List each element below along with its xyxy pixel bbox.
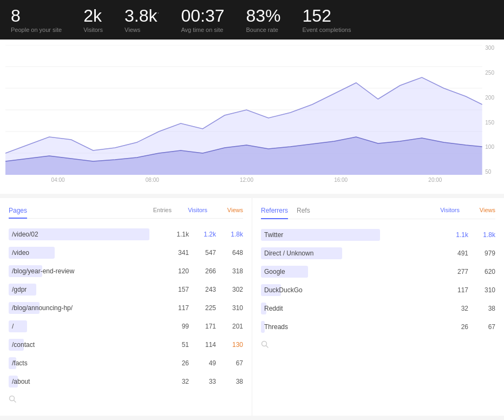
table-row: Direct / Unknown 491 979 xyxy=(261,244,495,262)
page-path: /facts xyxy=(12,359,28,367)
bar: /about xyxy=(9,376,18,388)
visitors-val: 1.2k xyxy=(189,231,216,238)
search-icon[interactable] xyxy=(261,340,269,348)
stat-views: 3.8k· Views xyxy=(125,6,159,33)
ref-views-val: 979 xyxy=(468,250,495,257)
ref-visitors-val: 277 xyxy=(441,268,468,275)
views-val: 310 xyxy=(216,304,243,312)
referrers-tab[interactable]: Referrers xyxy=(261,207,288,219)
referrers-rows: Twitter 1.1k 1.8k Direct / Unknown 491 9… xyxy=(261,226,495,336)
referrers-panel-header: Referrers Refs Visitors Views xyxy=(261,207,495,219)
row-label: /video xyxy=(9,247,162,259)
row-label: /blog/announcing-hp/ xyxy=(9,302,162,314)
stat-bounce: 83% Bounce rate xyxy=(246,6,281,33)
row-label: Reddit xyxy=(261,303,441,314)
views-val: 67 xyxy=(216,359,243,367)
views-val: 38 xyxy=(216,378,243,385)
row-label: Google xyxy=(261,266,441,278)
row-label: /contact xyxy=(9,339,162,351)
page-path: /video xyxy=(12,249,29,257)
ref-visitors-val: 117 xyxy=(441,286,468,294)
views-val: 648 xyxy=(216,249,243,257)
pages-entries-header: Entries xyxy=(145,207,172,214)
chart-svg xyxy=(5,45,499,175)
visitors-val: 114 xyxy=(189,341,216,349)
ref-views-val: 1.8k xyxy=(468,231,495,239)
ref-source: DuckDuckGo xyxy=(264,286,303,294)
views-val: 201 xyxy=(216,323,243,330)
pages-panel: Pages Entries Visitors Views /video/02 1… xyxy=(0,198,252,416)
entries-val: 26 xyxy=(162,359,189,367)
ref-bar: Direct / Unknown xyxy=(261,247,342,259)
ref-visitors-val: 32 xyxy=(441,305,468,312)
row-label: /gdpr xyxy=(9,284,162,296)
pages-tab[interactable]: Pages xyxy=(9,207,27,219)
search-icon[interactable] xyxy=(9,395,16,403)
stat-visitors: 2k Visitors xyxy=(83,6,103,33)
bar: /blog/year-end-review xyxy=(9,265,42,277)
pages-rows: /video/02 1.1k 1.2k 1.8k /video 341 547 … xyxy=(9,225,243,391)
ref-views-val: 620 xyxy=(468,268,495,275)
stat-avg-time: 00:37 Avg time on site xyxy=(181,6,224,33)
table-row: Google 277 620 xyxy=(261,262,495,281)
bar: /blog/announcing-hp/ xyxy=(9,302,40,314)
table-row: /video 341 547 648 xyxy=(9,244,243,262)
table-row: / 99 171 201 xyxy=(9,317,243,336)
x-label-1: 04:00 xyxy=(51,177,65,183)
entries-val: 1.1k xyxy=(162,231,189,238)
chart-container: 300 250 200 150 100 50 xyxy=(5,45,499,175)
ref-bar: Twitter xyxy=(261,229,380,241)
row-label: / xyxy=(9,320,162,332)
stat-people-label: People on your site xyxy=(11,27,62,33)
bar: /gdpr xyxy=(9,284,36,296)
page-path: /video/02 xyxy=(12,231,38,238)
row-label: /blog/year-end-review xyxy=(9,265,162,277)
entries-val: 117 xyxy=(162,304,189,312)
pages-views-header: Views xyxy=(216,207,243,214)
entries-val: 157 xyxy=(162,286,189,293)
ref-visitors-val: 1.1k xyxy=(441,231,468,239)
ref-visitors-val: 26 xyxy=(441,323,468,331)
referrers-views-header: Views xyxy=(468,207,495,214)
visitors-val: 547 xyxy=(189,249,216,257)
ref-bar: Google xyxy=(261,266,308,278)
referrers-panel: Referrers Refs Visitors Views Twitter 1.… xyxy=(252,198,504,416)
x-label-2: 08:00 xyxy=(146,177,159,183)
x-label-5: 20:00 xyxy=(428,177,442,183)
bar: /facts xyxy=(9,357,16,369)
table-row: /about 32 33 38 xyxy=(9,372,243,391)
ref-views-val: 38 xyxy=(468,305,495,312)
y-axis-labels: 300 250 200 150 100 50 xyxy=(485,45,494,175)
refs-tab[interactable]: Refs xyxy=(297,207,310,214)
pages-visitors-header: Visitors xyxy=(180,207,207,214)
x-axis-labels: 04:00 08:00 12:00 16:00 20:00 xyxy=(5,175,499,183)
table-row: /contact 51 114 130 xyxy=(9,336,243,354)
bar: /video/02 xyxy=(9,228,149,240)
views-val: 302 xyxy=(216,286,243,293)
visitors-val: 243 xyxy=(189,286,216,293)
ref-views-val: 67 xyxy=(468,323,495,331)
pages-search-row[interactable] xyxy=(9,391,243,407)
ref-bar: Reddit xyxy=(261,303,266,314)
table-row: /blog/year-end-review 120 266 318 xyxy=(9,262,243,280)
referrers-visitors-header: Visitors xyxy=(433,207,460,214)
ref-bar: Threads xyxy=(261,321,265,333)
row-label: Twitter xyxy=(261,229,441,241)
table-row: Reddit 32 38 xyxy=(261,299,495,318)
stat-visitors-value: 2k xyxy=(83,6,103,25)
views-val: 318 xyxy=(216,267,243,275)
row-label: /video/02 xyxy=(9,228,162,240)
page-path: / xyxy=(12,323,14,330)
visitors-val: 225 xyxy=(189,304,216,312)
referrers-search-row[interactable] xyxy=(261,336,495,352)
entries-val: 99 xyxy=(162,323,189,330)
entries-val: 341 xyxy=(162,249,189,257)
stat-avg-time-label: Avg time on site xyxy=(181,27,224,33)
ref-source: Direct / Unknown xyxy=(264,250,313,257)
bottom-panels: Pages Entries Visitors Views /video/02 1… xyxy=(0,198,504,416)
entries-val: 51 xyxy=(162,341,189,349)
stat-bounce-value: 83% xyxy=(246,6,281,25)
ref-bar: DuckDuckGo xyxy=(261,284,281,296)
ref-views-val: 310 xyxy=(468,286,495,294)
page-path: /about xyxy=(12,378,30,385)
